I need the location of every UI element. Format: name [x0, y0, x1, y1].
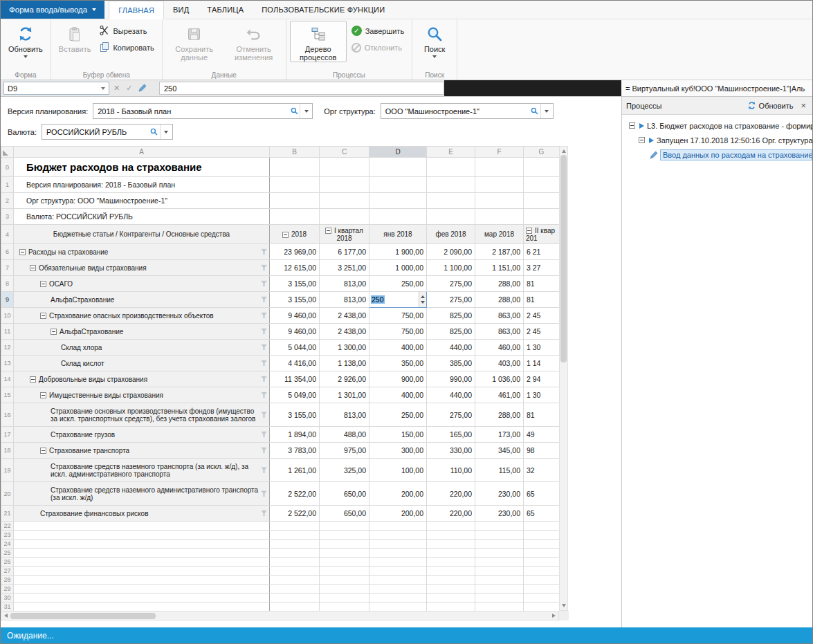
cell[interactable]: 81	[524, 276, 560, 292]
cell[interactable]	[427, 209, 475, 225]
cell[interactable]	[320, 585, 369, 594]
horizontal-scrollbar[interactable]	[1, 611, 559, 620]
cell[interactable]: 825,00	[427, 308, 475, 324]
collapse-minus-icon[interactable]	[639, 137, 645, 143]
cell[interactable]	[524, 209, 560, 225]
cell[interactable]: 2 438,00	[320, 324, 369, 340]
cell[interactable]	[475, 602, 524, 611]
row-number-14[interactable]: 14	[1, 371, 14, 387]
row-number-1[interactable]: 1	[1, 177, 14, 193]
cell[interactable]: 2 94	[524, 371, 560, 387]
cell[interactable]: 275,00	[427, 292, 475, 308]
cell[interactable]	[475, 531, 524, 540]
cell[interactable]	[320, 567, 369, 576]
cell[interactable]	[475, 558, 524, 567]
cell[interactable]	[475, 193, 524, 209]
cell[interactable]: 200,00	[369, 506, 427, 522]
cell[interactable]	[524, 540, 560, 549]
row-label-8[interactable]: ОСАГО	[14, 276, 270, 292]
collapse-minus-icon[interactable]	[40, 448, 46, 454]
processes-refresh-button[interactable]: Обновить	[747, 101, 794, 110]
collapse-minus-icon[interactable]	[30, 376, 36, 383]
cell[interactable]: 2 45	[524, 324, 560, 340]
cell[interactable]: 230,00	[475, 506, 524, 522]
cell[interactable]: 650,00	[320, 506, 369, 522]
cell[interactable]: 2 438,00	[320, 308, 369, 324]
row-number-17[interactable]: 17	[1, 427, 14, 443]
cell[interactable]	[427, 585, 475, 594]
cell[interactable]	[320, 540, 369, 549]
row-number-28[interactable]: 28	[1, 576, 14, 585]
cell[interactable]: 11 354,00	[270, 371, 320, 387]
cell[interactable]	[475, 567, 524, 576]
cell[interactable]: 250,00	[369, 276, 427, 292]
cell[interactable]	[270, 158, 320, 177]
cell-A0[interactable]: Бюджет расходов на страхование	[14, 158, 270, 177]
cell[interactable]	[475, 522, 524, 531]
spinner-up-icon[interactable]	[421, 295, 425, 298]
cell[interactable]: 3 27	[524, 260, 560, 276]
cell[interactable]	[369, 594, 427, 602]
cell[interactable]	[270, 549, 320, 558]
cell[interactable]	[427, 522, 475, 531]
cancel-entry-icon[interactable]: ✕	[113, 84, 120, 93]
save-data-button[interactable]: Сохранить данные	[166, 21, 223, 62]
cell[interactable]: 650,00	[320, 482, 369, 506]
process-node-2[interactable]: Ввод данных по расходам на страхование п…	[625, 147, 812, 162]
filter-funnel-icon[interactable]	[261, 490, 267, 497]
cell[interactable]: 325,00	[320, 459, 369, 482]
cell[interactable]	[369, 585, 427, 594]
cell[interactable]: 1 151,00	[475, 260, 524, 276]
row-label-17[interactable]: Страхование грузов	[14, 427, 270, 443]
row-number-30[interactable]: 30	[1, 594, 14, 602]
cell[interactable]: 1 894,00	[270, 427, 320, 443]
cell[interactable]	[369, 576, 427, 585]
cell[interactable]: 900,00	[369, 371, 427, 387]
row-number-24[interactable]: 24	[1, 540, 14, 549]
cell[interactable]: 300,00	[369, 443, 427, 459]
cell[interactable]: 400,00	[369, 340, 427, 356]
row-number-31[interactable]: 31	[1, 602, 14, 611]
row-number-22[interactable]: 22	[1, 522, 14, 531]
cell[interactable]	[427, 531, 475, 540]
cell[interactable]: 2 522,00	[270, 482, 320, 506]
cell[interactable]	[475, 177, 524, 193]
cell[interactable]: 4 416,00	[270, 356, 320, 371]
row-label-6[interactable]: Расходы на страхование	[14, 244, 270, 260]
cell[interactable]: 1 100,00	[427, 260, 475, 276]
refresh-button[interactable]: Обновить	[4, 21, 47, 59]
cell[interactable]: 330,00	[427, 443, 475, 459]
cell[interactable]	[270, 594, 320, 602]
cell-A3[interactable]: Валюта: РОССИЙСКИЙ РУБЛЬ	[14, 209, 270, 225]
cell[interactable]: 825,00	[427, 324, 475, 340]
cell[interactable]	[320, 549, 369, 558]
cell[interactable]	[369, 522, 427, 531]
filter-funnel-icon[interactable]	[261, 376, 267, 383]
column-header-C[interactable]: C	[320, 147, 369, 158]
cell[interactable]: 440,00	[427, 340, 475, 356]
row-label-15[interactable]: Имущественные виды страхования	[14, 387, 270, 403]
cell[interactable]	[369, 567, 427, 576]
column-header-E[interactable]: E	[427, 147, 475, 158]
row-number-6[interactable]: 6	[1, 244, 14, 260]
cell[interactable]: 1 14	[524, 356, 560, 371]
column-header-G[interactable]: G	[524, 147, 560, 158]
cell[interactable]	[270, 585, 320, 594]
cell[interactable]: 110,00	[427, 459, 475, 482]
row-number-16[interactable]: 16	[1, 403, 14, 427]
horizontal-scroll-thumb[interactable]	[10, 613, 156, 619]
cell[interactable]	[320, 594, 369, 602]
cell[interactable]: 288,00	[475, 276, 524, 292]
cell[interactable]: 173,00	[475, 427, 524, 443]
row-number-19[interactable]: 19	[1, 459, 14, 482]
row-label-19[interactable]: Страхование средств наземного транспорта…	[14, 459, 270, 482]
cell[interactable]: 288,00	[475, 292, 524, 308]
row-number-13[interactable]: 13	[1, 356, 14, 371]
cell[interactable]: 150,00	[369, 427, 427, 443]
collapse-minus-icon[interactable]	[526, 228, 532, 234]
row-label-11[interactable]: АльфаСтрахование	[14, 324, 270, 340]
cell[interactable]: 250,00	[369, 403, 427, 427]
cell[interactable]: 863,00	[475, 324, 524, 340]
cell[interactable]: 275,00	[427, 403, 475, 427]
collapse-minus-icon[interactable]	[629, 122, 635, 129]
